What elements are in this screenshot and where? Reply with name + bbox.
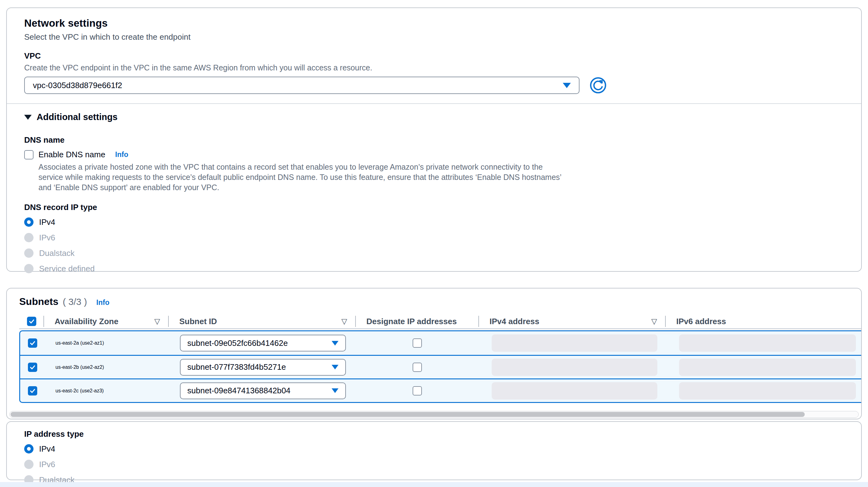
filter-icon[interactable]: ▽ bbox=[342, 317, 347, 326]
dns-record-ip-type-label: DNS record IP type bbox=[24, 203, 844, 212]
ip-address-type-option-ipv4: IPv4 bbox=[24, 443, 844, 454]
ip-address-type-label: IP address type bbox=[24, 429, 844, 439]
availability-zone-cell: us-east-2a (use2-az1) bbox=[45, 340, 169, 346]
ipv4-address-cell bbox=[479, 334, 665, 352]
dns-record-ip-type-option-ipv4: IPv4 bbox=[24, 216, 844, 228]
horizontal-scrollbar[interactable] bbox=[9, 411, 859, 418]
column-header-ipv6-address[interactable]: IPv6 address bbox=[666, 316, 861, 327]
scrollbar-thumb[interactable] bbox=[10, 412, 805, 417]
dns-record-ip-type-option-ipv6: IPv6 bbox=[24, 232, 844, 243]
chevron-down-icon bbox=[563, 83, 571, 88]
page-subtitle: Select the VPC in which to create the en… bbox=[24, 32, 844, 42]
subnets-card: Subnets ( 3/3 ) Info Availability Zone ▽… bbox=[6, 288, 862, 419]
row-select-cell bbox=[20, 363, 45, 372]
availability-zone-value: us-east-2b (use2-az2) bbox=[56, 364, 104, 370]
column-label: IPv6 address bbox=[676, 317, 726, 326]
table-row[interactable]: us-east-2c (use2-az3) subnet-09e84741368… bbox=[20, 378, 861, 402]
row-checkbox[interactable] bbox=[28, 363, 37, 372]
vpc-label: VPC bbox=[24, 51, 844, 61]
enable-dns-name-checkbox[interactable] bbox=[24, 150, 33, 159]
ipv6-address-input-disabled bbox=[679, 359, 856, 376]
designate-ip-cell bbox=[356, 363, 479, 372]
additional-settings-header[interactable]: Additional settings bbox=[24, 112, 844, 122]
vpc-description: Create the VPC endpoint in the VPC in th… bbox=[24, 63, 844, 72]
network-settings-card: Network settings Select the VPC in which… bbox=[6, 7, 862, 272]
subnet-id-value: subnet-09e052fc66b41462e bbox=[187, 338, 288, 348]
column-header-designate-ip[interactable]: Designate IP addresses bbox=[356, 316, 479, 327]
row-checkbox[interactable] bbox=[28, 386, 37, 395]
subnet-id-value: subnet-09e84741368842b04 bbox=[187, 386, 291, 395]
dns-name-info-link[interactable]: Info bbox=[115, 150, 128, 159]
subnets-title: Subnets bbox=[19, 296, 58, 307]
radio-selected-icon[interactable] bbox=[24, 217, 33, 227]
radio-selected-icon[interactable] bbox=[24, 444, 33, 454]
column-header-ipv4-address[interactable]: IPv4 address ▽ bbox=[479, 316, 666, 327]
page: Network settings Select the VPC in which… bbox=[0, 0, 868, 487]
subnet-id-select[interactable]: subnet-09e052fc66b41462e bbox=[180, 335, 346, 352]
additional-settings-title: Additional settings bbox=[37, 112, 118, 122]
ipv6-address-input-disabled bbox=[679, 334, 856, 352]
vpc-select-row: vpc-0305d38d879e661f2 bbox=[24, 77, 844, 94]
subnet-id-select[interactable]: subnet-077f7383fd4b5271e bbox=[180, 359, 346, 376]
column-label: Availability Zone bbox=[55, 317, 119, 326]
row-select-cell bbox=[20, 338, 45, 348]
row-select-cell bbox=[20, 386, 45, 395]
availability-zone-cell: us-east-2b (use2-az2) bbox=[45, 364, 169, 370]
ipv4-address-input-disabled bbox=[492, 334, 657, 352]
radio-disabled-icon bbox=[24, 233, 33, 242]
designate-ip-checkbox[interactable] bbox=[412, 386, 422, 395]
vpc-select[interactable]: vpc-0305d38d879e661f2 bbox=[24, 77, 580, 94]
subnet-id-select[interactable]: subnet-09e84741368842b04 bbox=[180, 383, 346, 399]
subnets-count: ( 3/3 ) bbox=[63, 297, 87, 307]
filter-icon[interactable]: ▽ bbox=[651, 317, 657, 326]
ipv4-address-input-disabled bbox=[492, 359, 657, 376]
radio-disabled-icon bbox=[24, 460, 33, 469]
refresh-icon bbox=[590, 77, 607, 94]
radio-label: Dualstack bbox=[39, 248, 74, 258]
designate-ip-checkbox[interactable] bbox=[412, 363, 422, 372]
availability-zone-cell: us-east-2c (use2-az3) bbox=[45, 388, 169, 394]
column-label: IPv4 address bbox=[490, 317, 539, 326]
row-checkbox[interactable] bbox=[28, 338, 37, 348]
chevron-down-icon bbox=[332, 341, 338, 345]
refresh-button[interactable] bbox=[589, 77, 607, 94]
ipv6-address-cell bbox=[665, 382, 861, 399]
page-background-strip bbox=[0, 482, 868, 487]
subnet-id-cell: subnet-077f7383fd4b5271e bbox=[169, 359, 356, 376]
ipv6-address-cell bbox=[665, 334, 861, 352]
ip-address-type-option-ipv6: IPv6 bbox=[24, 459, 844, 470]
ipv4-address-cell bbox=[479, 382, 665, 399]
dns-name-label: DNS name bbox=[24, 135, 844, 145]
enable-dns-name-row: Enable DNS name Info bbox=[24, 150, 844, 159]
designate-ip-checkbox[interactable] bbox=[412, 338, 422, 348]
ipv4-address-cell bbox=[479, 359, 665, 376]
designate-ip-cell bbox=[356, 338, 479, 348]
filter-icon[interactable]: ▽ bbox=[154, 317, 160, 326]
page-title: Network settings bbox=[24, 18, 844, 29]
table-row[interactable]: us-east-2b (use2-az2) subnet-077f7383fd4… bbox=[20, 355, 861, 378]
select-all-checkbox[interactable] bbox=[27, 317, 36, 326]
radio-label: IPv4 bbox=[39, 217, 55, 227]
selected-rows-group: us-east-2a (use2-az1) subnet-09e052fc66b… bbox=[19, 330, 861, 403]
subnet-id-cell: subnet-09e84741368842b04 bbox=[169, 383, 356, 399]
subnets-table: Availability Zone ▽ Subnet ID ▽ Designat… bbox=[7, 314, 861, 403]
vpc-select-value: vpc-0305d38d879e661f2 bbox=[33, 81, 122, 90]
subnet-id-value: subnet-077f7383fd4b5271e bbox=[187, 362, 286, 372]
column-header-subnet-id[interactable]: Subnet ID ▽ bbox=[169, 316, 356, 327]
column-label: Subnet ID bbox=[179, 317, 217, 326]
designate-ip-cell bbox=[356, 386, 479, 395]
subnets-info-link[interactable]: Info bbox=[96, 298, 110, 307]
subnets-table-header: Availability Zone ▽ Subnet ID ▽ Designat… bbox=[19, 314, 861, 329]
dns-record-ip-type-option-dualstack: Dualstack bbox=[24, 247, 844, 259]
ip-address-type-card: IP address type IPv4 IPv6 Dualstack bbox=[6, 421, 862, 480]
chevron-down-icon bbox=[332, 365, 338, 369]
section-divider bbox=[7, 103, 861, 104]
radio-label: Service defined bbox=[39, 264, 95, 274]
chevron-down-icon bbox=[332, 388, 338, 393]
ipv6-address-input-disabled bbox=[679, 382, 856, 399]
column-header-availability-zone[interactable]: Availability Zone ▽ bbox=[44, 316, 169, 327]
table-row[interactable]: us-east-2a (use2-az1) subnet-09e052fc66b… bbox=[20, 331, 861, 355]
radio-label: IPv4 bbox=[39, 444, 55, 454]
ipv4-address-input-disabled bbox=[492, 382, 657, 399]
dns-record-ip-type-option-service-defined: Service defined bbox=[24, 263, 844, 274]
